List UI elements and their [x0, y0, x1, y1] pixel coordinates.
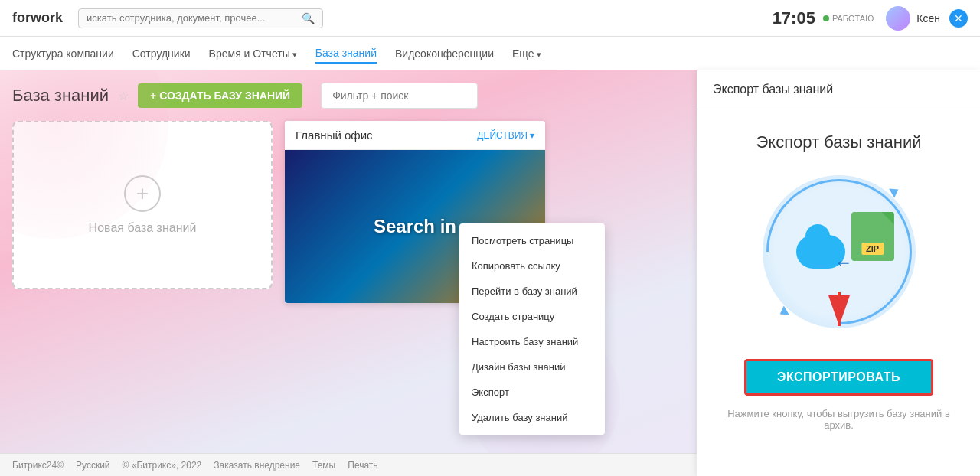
export-button[interactable]: ЭКСПОРТИРОВАТЬ — [744, 359, 933, 396]
menu-item-copy-link[interactable]: Копировать ссылку — [459, 253, 605, 279]
search-bar[interactable]: 🔍 — [78, 8, 323, 28]
nav-item-employees[interactable]: Сотрудники — [132, 44, 191, 63]
avatar[interactable] — [886, 6, 910, 31]
menu-item-delete-kb[interactable]: Удалить базу знаний — [459, 405, 605, 430]
search-icon: 🔍 — [302, 12, 315, 24]
export-illustration: ← ZIP — [763, 175, 916, 328]
panel-title: Экспорт базы знаний — [756, 132, 921, 152]
cloud-icon: ← — [796, 235, 845, 269]
zip-file: ZIP — [851, 212, 894, 261]
nav-item-time[interactable]: Время и Отчеты — [209, 44, 297, 63]
menu-item-create-page[interactable]: Создать страницу — [459, 304, 605, 329]
cloud-shape: ← — [796, 235, 845, 269]
export-hint: Нажмите кнопку, чтобы выгрузить базу зна… — [713, 408, 965, 431]
header-status: РАБОТАЮ — [823, 14, 874, 23]
search-input[interactable] — [87, 12, 302, 24]
zip-icon: ZIP — [851, 212, 894, 261]
kb-card-header: Главный офис ДЕЙСТВИЯ ▾ — [285, 121, 545, 150]
menu-item-design-kb[interactable]: Дизайн базы знаний — [459, 354, 605, 380]
footer-print[interactable]: Печать — [348, 460, 377, 471]
zip-label: ZIP — [861, 243, 884, 255]
cloud-arrow-icon: ← — [835, 252, 853, 273]
footer-themes[interactable]: Темы — [312, 460, 335, 471]
username: Ксен — [916, 12, 940, 24]
page-wrapper: База знаний ☆ + СОЗДАТЬ БАЗУ ЗНАНИЙ + Но… — [0, 70, 980, 476]
footer-bitrix[interactable]: Битрикс24© — [12, 460, 64, 471]
left-section: База знаний ☆ + СОЗДАТЬ БАЗУ ЗНАНИЙ + Но… — [0, 70, 697, 476]
header: forwork 🔍 17:05 РАБОТАЮ Ксен ✕ — [0, 0, 980, 37]
filter-input[interactable] — [321, 83, 478, 109]
logo: forwork — [12, 10, 63, 26]
footer-lang[interactable]: Русский — [76, 460, 110, 471]
footer-copyright: © «Битрикс», 2022 — [122, 460, 202, 471]
menu-item-view-pages[interactable]: Посмотреть страницы — [459, 228, 605, 253]
kb-card-title: Главный офис — [296, 129, 373, 142]
header-time: 17:05 — [773, 8, 815, 28]
status-dot — [823, 15, 829, 21]
nav-item-video[interactable]: Видеоконференции — [395, 44, 494, 63]
red-arrow-svg — [816, 288, 862, 334]
close-button[interactable]: ✕ — [949, 9, 968, 28]
actions-button[interactable]: ДЕЙСТВИЯ ▾ — [477, 130, 534, 141]
nav-item-more[interactable]: Еще — [512, 44, 541, 63]
chevron-down-icon: ▾ — [530, 130, 534, 141]
context-menu: Посмотреть страницы Копировать ссылку Пе… — [459, 223, 605, 435]
search-in-text: Search in — [374, 216, 456, 237]
cloud-bump — [805, 224, 830, 249]
menu-item-configure-kb[interactable]: Настроить базу знаний — [459, 329, 605, 354]
menu-item-export[interactable]: Экспорт — [459, 380, 605, 405]
navigation: Структура компании Сотрудники Время и От… — [0, 37, 980, 70]
right-panel: Экспорт базы знаний Экспорт базы знаний … — [697, 70, 980, 476]
nav-item-structure[interactable]: Структура компании — [12, 44, 114, 63]
panel-header: Экспорт базы знаний — [697, 70, 980, 109]
red-arrow — [816, 288, 862, 336]
status-text: РАБОТАЮ — [832, 14, 874, 23]
menu-item-go-to-kb[interactable]: Перейти в базу знаний — [459, 279, 605, 304]
footer-order[interactable]: Заказать внедрение — [214, 460, 300, 471]
nav-item-knowledge[interactable]: База знаний — [315, 44, 377, 64]
panel-body: Экспорт базы знаний ← ZIP — [697, 109, 980, 476]
